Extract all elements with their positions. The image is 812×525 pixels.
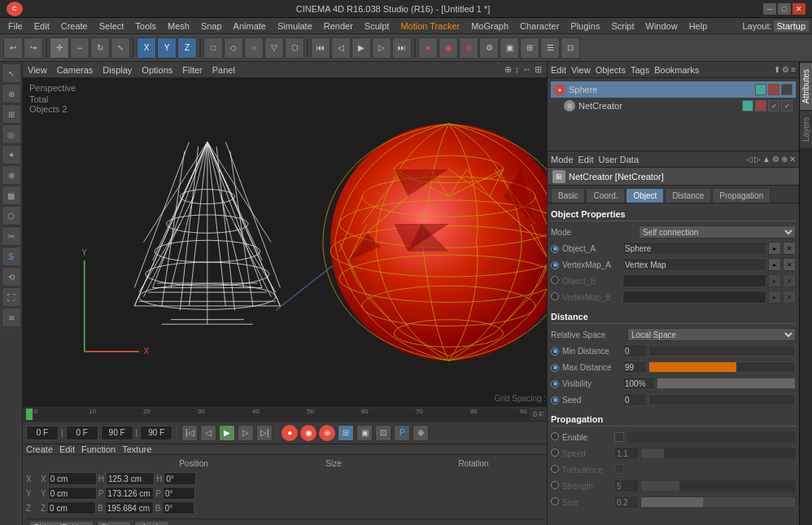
lt-btn-10[interactable]: S bbox=[2, 247, 21, 266]
lt-btn-5[interactable]: ✦ bbox=[2, 145, 21, 164]
strength-slider[interactable] bbox=[640, 480, 796, 492]
pb-next-frame[interactable]: ▷ bbox=[238, 425, 254, 441]
maxdistance-input[interactable] bbox=[622, 361, 647, 374]
menu-simulate[interactable]: Simulate bbox=[273, 20, 317, 33]
play-prev-button[interactable]: ◁ bbox=[331, 37, 351, 59]
render-btn-2[interactable]: ◉ bbox=[439, 37, 458, 59]
layout-value[interactable]: Startup bbox=[774, 20, 809, 32]
rb-icon-3[interactable]: ≡ bbox=[791, 65, 796, 74]
create-button-2[interactable]: ◇ bbox=[224, 37, 243, 59]
radio-dot-strength[interactable] bbox=[551, 481, 559, 489]
rb-objects[interactable]: Objects bbox=[596, 65, 626, 75]
ob-texture[interactable]: Texture bbox=[122, 444, 151, 454]
render-btn-6[interactable]: ⊞ bbox=[520, 37, 539, 59]
objecta-clear-button[interactable]: ✕ bbox=[783, 242, 796, 255]
vn-btn-2[interactable]: ↕ bbox=[515, 64, 520, 75]
lt-btn-2[interactable]: ⊕ bbox=[2, 84, 21, 103]
end-frame-input-2[interactable] bbox=[140, 426, 172, 440]
lt-btn-13[interactable]: ≋ bbox=[2, 308, 21, 327]
menu-window[interactable]: Window bbox=[641, 20, 683, 33]
ob-function[interactable]: Function bbox=[81, 444, 116, 454]
pb-record-btn-2[interactable]: ◉ bbox=[300, 425, 317, 441]
net-cb-3[interactable]: ✓ bbox=[768, 100, 779, 112]
undo-button[interactable]: ↩ bbox=[3, 37, 23, 59]
rb-bookmarks[interactable]: Bookmarks bbox=[654, 65, 699, 75]
attr-mode[interactable]: Mode bbox=[551, 155, 574, 164]
objectb-input[interactable] bbox=[622, 274, 766, 287]
coord-x-size-input[interactable] bbox=[106, 472, 155, 485]
rb-view[interactable]: View bbox=[571, 65, 591, 75]
menu-sculpt[interactable]: Sculpt bbox=[360, 20, 395, 33]
lt-btn-11[interactable]: ⟲ bbox=[2, 267, 21, 287]
vn-btn-3[interactable]: ↔ bbox=[522, 64, 531, 75]
sphere-cb-3[interactable] bbox=[781, 84, 792, 95]
coord-size-select[interactable]: Size bbox=[97, 521, 131, 526]
tool-select-button[interactable]: ✛ bbox=[50, 37, 69, 59]
coord-z-pos-input[interactable] bbox=[47, 501, 96, 514]
vertexmapa-pick-button[interactable]: ▸ bbox=[768, 258, 781, 271]
radio-dot-vertexmapb[interactable] bbox=[551, 292, 559, 300]
menu-script[interactable]: Script bbox=[606, 20, 639, 33]
pb-record-btn[interactable]: ● bbox=[282, 425, 298, 441]
rb-icon-2[interactable]: ⚙ bbox=[782, 65, 789, 74]
start-frame-input[interactable] bbox=[66, 426, 98, 440]
viewport-menu-display[interactable]: Display bbox=[103, 65, 132, 75]
attr-icon-4[interactable]: ⚙ bbox=[772, 155, 779, 164]
pb-extra-btn-2[interactable]: ⊕ bbox=[413, 425, 429, 441]
radio-dot-objectb[interactable] bbox=[551, 276, 559, 284]
vertexmapb-pick-button[interactable]: ▸ bbox=[768, 291, 781, 304]
side-tab-attributes[interactable]: Attributes bbox=[800, 62, 812, 110]
pb-play-forward[interactable]: ▶ bbox=[219, 425, 235, 441]
end-frame-input[interactable] bbox=[101, 426, 133, 440]
ob-create[interactable]: Create bbox=[26, 444, 53, 454]
rb-tags[interactable]: Tags bbox=[631, 65, 649, 75]
create-button-5[interactable]: ⬡ bbox=[285, 37, 304, 59]
menu-create[interactable]: Create bbox=[56, 20, 93, 33]
mode-select[interactable]: Self connection bbox=[639, 225, 796, 238]
attr-tab-coord[interactable]: Coord. bbox=[586, 188, 625, 203]
lt-btn-6[interactable]: ⊗ bbox=[2, 165, 21, 185]
tool-rotate-button[interactable]: ↻ bbox=[90, 37, 110, 59]
coord-apply-button[interactable]: Apply bbox=[134, 521, 169, 526]
radio-dot-turbulence[interactable] bbox=[551, 465, 559, 473]
coord-y-pos-input[interactable] bbox=[48, 487, 97, 500]
tool-move-button[interactable]: ↔ bbox=[70, 37, 89, 59]
menu-tools[interactable]: Tools bbox=[130, 20, 161, 33]
turbulence-checkbox[interactable] bbox=[614, 464, 624, 474]
pb-snap-btn[interactable]: ⊞ bbox=[338, 425, 354, 441]
render-btn-7[interactable]: ☰ bbox=[540, 37, 560, 59]
side-tab-layers[interactable]: Layers bbox=[800, 110, 812, 148]
obj-item-netcreator[interactable]: ⊞ NetCreator ✓ ✓ bbox=[551, 98, 796, 114]
visibility-slider[interactable] bbox=[657, 378, 796, 389]
render-btn-8[interactable]: ⊡ bbox=[561, 37, 580, 59]
play-end-button[interactable]: ⏭ bbox=[392, 37, 412, 59]
radio-dot-mindistance[interactable] bbox=[551, 348, 559, 356]
coord-z-size-input[interactable] bbox=[105, 501, 154, 514]
pb-go-start[interactable]: |◁ bbox=[181, 425, 198, 441]
maxdistance-slider[interactable] bbox=[648, 361, 796, 373]
radio-dot-enable[interactable] bbox=[551, 432, 559, 440]
axis-z-button[interactable]: Z bbox=[177, 37, 197, 59]
tool-scale-button[interactable]: ⤡ bbox=[111, 37, 130, 59]
viewport-menu-filter[interactable]: Filter bbox=[182, 65, 202, 75]
timeline-playhead[interactable] bbox=[26, 409, 33, 420]
radio-dot-visibility[interactable] bbox=[551, 380, 559, 388]
menu-select[interactable]: Select bbox=[94, 20, 129, 33]
objecta-pick-button[interactable]: ▸ bbox=[768, 242, 781, 255]
menu-edit[interactable]: Edit bbox=[29, 20, 55, 33]
menu-file[interactable]: File bbox=[3, 20, 28, 33]
lt-btn-1[interactable]: ↖ bbox=[2, 63, 21, 83]
pb-prev-frame[interactable]: ◁ bbox=[200, 425, 216, 441]
menu-render[interactable]: Render bbox=[319, 20, 358, 33]
lt-btn-8[interactable]: ⬡ bbox=[2, 206, 21, 225]
current-frame-input[interactable] bbox=[26, 426, 59, 440]
vn-btn-1[interactable]: ⊕ bbox=[504, 64, 512, 75]
radio-dot-seed[interactable] bbox=[551, 396, 559, 405]
attr-icon-2[interactable]: ▷ bbox=[754, 155, 761, 164]
render-btn-5[interactable]: ▣ bbox=[500, 37, 519, 59]
mindistance-slider[interactable] bbox=[648, 345, 796, 357]
rb-edit[interactable]: Edit bbox=[551, 65, 566, 75]
pb-extra-btn[interactable]: P bbox=[394, 425, 410, 441]
enable-checkbox[interactable] bbox=[614, 432, 624, 442]
lt-btn-7[interactable]: ▦ bbox=[2, 186, 21, 205]
